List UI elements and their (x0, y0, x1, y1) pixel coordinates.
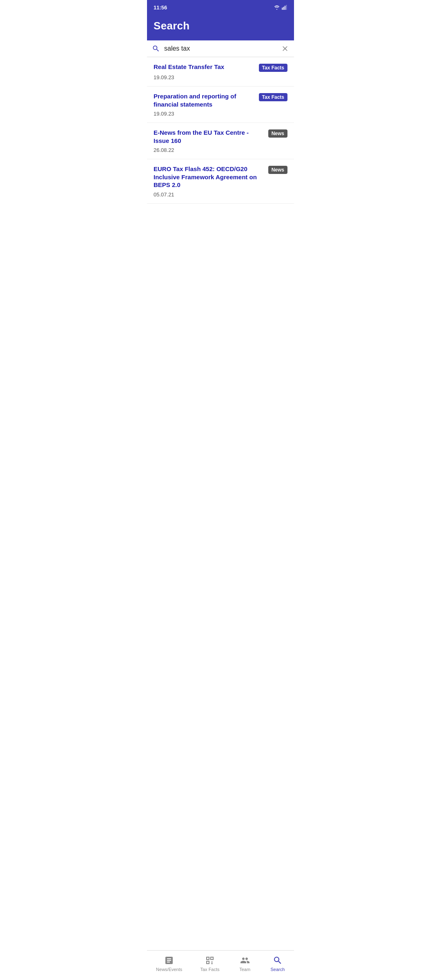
nav-label-tax-facts: Tax Facts (200, 967, 219, 972)
nav-item-news-events[interactable]: News/Events (151, 954, 187, 973)
nav-label-team: Team (239, 967, 250, 972)
nav-label-search: Search (270, 967, 285, 972)
svg-rect-0 (282, 8, 283, 10)
result-title: EURO Tax Flash 452: OECD/G20 Inclusive F… (154, 165, 264, 189)
news-events-icon (164, 956, 174, 965)
search-nav-icon (273, 956, 283, 965)
status-time: 11:56 (154, 4, 167, 11)
result-title: Real Estate Transfer Tax (154, 63, 255, 71)
signal-icon (282, 5, 287, 10)
result-badge: News (268, 166, 287, 174)
results-list: Real Estate Transfer Tax Tax Facts 19.09… (147, 57, 294, 950)
clear-icon[interactable] (281, 45, 289, 53)
result-item[interactable]: Preparation and reporting of financial s… (147, 87, 294, 123)
search-icon (152, 45, 160, 53)
status-bar: 11:56 (147, 0, 294, 15)
result-item[interactable]: E-News from the EU Tax Centre - Issue 16… (147, 123, 294, 159)
search-input[interactable] (164, 45, 277, 52)
tax-facts-icon (205, 956, 215, 965)
page-header: Search (147, 15, 294, 40)
result-title: E-News from the EU Tax Centre - Issue 16… (154, 129, 264, 145)
bottom-nav: News/Events Tax Facts Team Search (147, 950, 294, 980)
result-item[interactable]: Real Estate Transfer Tax Tax Facts 19.09… (147, 57, 294, 87)
search-bar[interactable] (147, 40, 294, 57)
status-icons (274, 5, 287, 10)
nav-item-tax-facts[interactable]: Tax Facts (195, 954, 224, 973)
team-icon (240, 956, 250, 965)
page-title: Search (154, 20, 190, 32)
result-title: Preparation and reporting of financial s… (154, 92, 255, 108)
result-badge: News (268, 129, 287, 138)
result-date: 19.09.23 (154, 74, 287, 80)
svg-rect-2 (285, 6, 285, 10)
result-badge: Tax Facts (259, 64, 287, 72)
nav-item-team[interactable]: Team (233, 954, 257, 973)
result-date: 05.07.21 (154, 192, 287, 198)
svg-rect-1 (283, 7, 284, 10)
svg-rect-3 (286, 5, 287, 10)
result-date: 26.08.22 (154, 147, 287, 153)
nav-label-news-events: News/Events (156, 967, 182, 972)
result-item[interactable]: EURO Tax Flash 452: OECD/G20 Inclusive F… (147, 159, 294, 204)
result-date: 19.09.23 (154, 111, 287, 117)
wifi-icon (274, 5, 280, 10)
nav-item-search[interactable]: Search (265, 954, 290, 973)
result-badge: Tax Facts (259, 93, 287, 101)
